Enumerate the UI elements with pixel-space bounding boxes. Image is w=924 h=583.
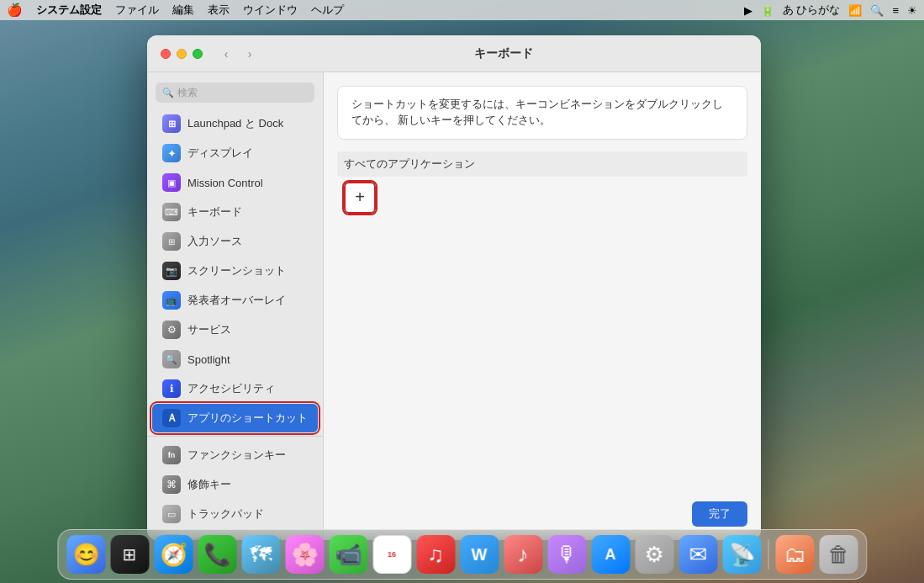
menubar-window[interactable]: ウインドウ: [243, 3, 298, 18]
sidebar-label-spotlight: Spotlight: [187, 353, 230, 366]
desktop: 🍎 システム設定 ファイル 編集 表示 ウインドウ ヘルプ ▶ 🔋 あ ひらがな…: [0, 0, 924, 583]
trackpad-icon: ▭: [162, 505, 181, 523]
menubar-view[interactable]: 表示: [208, 3, 230, 18]
dock-photos[interactable]: 🌸: [285, 535, 324, 574]
dock-calendar[interactable]: 16: [372, 535, 411, 574]
services-icon: ⚙: [162, 321, 181, 339]
sidebar-item-accessibility[interactable]: ℹ アクセシビリティ: [152, 374, 318, 403]
sidebar-item-keyboard[interactable]: ⌨ キーボード: [152, 198, 318, 226]
dock-podcasts[interactable]: 🎙: [547, 535, 586, 574]
minimize-button[interactable]: [177, 49, 187, 59]
apple-menu[interactable]: 🍎: [7, 3, 23, 18]
sidebar-label-launchpad: Launchpad と Dock: [187, 116, 283, 131]
sidebar-label-trackpad: トラックパッド: [187, 506, 264, 522]
instruction-box: ショートカットを変更するには、キーコンビネーションをダブルクリックしてから、 新…: [337, 86, 747, 140]
sidebar-label-presenter: 発表者オーバーレイ: [187, 293, 286, 308]
input-icon: ⊞: [162, 232, 181, 251]
sidebar-label-appshortcut: アプリのショートカット: [187, 411, 308, 426]
dock-word[interactable]: W: [460, 535, 499, 574]
maximize-button[interactable]: [193, 49, 203, 59]
funckey-icon: fn: [162, 446, 181, 464]
menubar-battery-icon[interactable]: 🔋: [761, 4, 774, 17]
dock-music[interactable]: ♪: [504, 535, 542, 574]
menubar-app-name[interactable]: システム設定: [36, 3, 102, 18]
forward-button[interactable]: ›: [240, 44, 260, 64]
menubar-help[interactable]: ヘルプ: [311, 3, 344, 18]
display-icon: ✦: [162, 144, 181, 162]
sidebar-item-screenshot[interactable]: 📷 スクリーンショット: [152, 257, 318, 285]
menubar: 🍎 システム設定 ファイル 編集 表示 ウインドウ ヘルプ ▶ 🔋 あ ひらがな…: [0, 0, 924, 20]
keyboard-window: ‹ › キーボード 🔍 検索 ⊞ Launchpad と Dock ✦: [147, 35, 761, 540]
menubar-wifi-icon[interactable]: 📶: [848, 4, 862, 17]
menubar-input-method[interactable]: あ ひらがな: [783, 3, 841, 18]
menubar-siri[interactable]: ☀: [907, 4, 917, 17]
section-header: すべてのアプリケーション: [337, 151, 747, 177]
sidebar-item-display[interactable]: ✦ ディスプレイ: [152, 139, 318, 167]
nav-buttons: ‹ ›: [216, 44, 260, 64]
sidebar-item-presenter[interactable]: 📺 発表者オーバーレイ: [152, 286, 318, 315]
sidebar-item-modifier[interactable]: ⌘ 修飾キー: [152, 470, 318, 499]
spotlight-icon: 🔍: [162, 350, 181, 368]
mission-icon: ▣: [162, 173, 181, 192]
back-button[interactable]: ‹: [216, 44, 236, 64]
dock-trash[interactable]: 🗑: [819, 535, 858, 574]
instruction-text: ショートカットを変更するには、キーコンビネーションをダブルクリックしてから、 新…: [351, 98, 723, 126]
search-box[interactable]: 🔍 検索: [156, 82, 314, 103]
dock-mail[interactable]: ✉: [678, 535, 717, 574]
dock-launchpad[interactable]: ⊞: [110, 535, 149, 574]
modifier-icon: ⌘: [162, 475, 181, 494]
sidebar-label-mission: Mission Control: [187, 177, 263, 189]
dock-separator: [768, 539, 768, 570]
close-button[interactable]: [161, 49, 171, 59]
sidebar-label-funckey: ファンクションキー: [187, 448, 286, 463]
sidebar-item-services[interactable]: ⚙ サービス: [152, 315, 318, 344]
sidebar-item-mission[interactable]: ▣ Mission Control: [152, 168, 318, 197]
appshortcut-icon: Ａ: [162, 409, 181, 427]
sidebar-label-keyboard: キーボード: [187, 204, 242, 220]
traffic-lights: [161, 49, 203, 59]
menubar-edit[interactable]: 編集: [172, 3, 194, 18]
screenshot-icon: 📷: [162, 262, 181, 280]
dock-appstore[interactable]: A: [591, 535, 630, 574]
menubar-media-icon[interactable]: ▶: [744, 4, 752, 17]
menubar-right: ▶ 🔋 あ ひらがな 📶 🔍 ≡ ☀: [744, 3, 917, 18]
dock-phone[interactable]: 📞: [198, 535, 236, 574]
sidebar-label-display: ディスプレイ: [187, 146, 253, 161]
sidebar-item-appshortcut[interactable]: Ａ アプリのショートカット: [152, 404, 318, 432]
content-area: ショートカットを変更するには、キーコンビネーションをダブルクリックしてから、 新…: [324, 72, 761, 540]
search-placeholder: 検索: [177, 86, 198, 100]
sidebar-label-services: サービス: [187, 322, 231, 337]
add-icon: +: [355, 188, 365, 207]
add-shortcut-button[interactable]: +: [344, 182, 376, 214]
dock-facetime[interactable]: 📹: [329, 535, 367, 574]
sidebar-item-input[interactable]: ⊞ 入力ソース: [152, 227, 318, 256]
done-button[interactable]: 完了: [692, 501, 747, 527]
launchpad-icon: ⊞: [162, 114, 181, 133]
menubar-file[interactable]: ファイル: [115, 3, 159, 18]
dock-safari[interactable]: 🧭: [154, 535, 193, 574]
sidebar-item-funckey[interactable]: fn ファンクションキー: [152, 441, 318, 469]
accessibility-icon: ℹ: [162, 379, 181, 398]
dock-maps[interactable]: 🗺: [241, 535, 280, 574]
menubar-control-center[interactable]: ≡: [892, 4, 899, 17]
titlebar: ‹ › キーボード: [147, 35, 761, 72]
dock-music-app[interactable]: ♫: [416, 535, 455, 574]
sidebar-item-launchpad[interactable]: ⊞ Launchpad と Dock: [152, 109, 318, 138]
add-button-row: +: [337, 178, 747, 217]
window-title: キーボード: [260, 46, 747, 61]
dock-finder[interactable]: 😊: [66, 535, 105, 574]
search-icon: 🔍: [162, 87, 174, 98]
dock-airdrop[interactable]: 📡: [722, 535, 761, 574]
sidebar-label-accessibility: アクセシビリティ: [187, 381, 275, 396]
dock: 😊 ⊞ 🧭 📞 🗺 🌸 📹 16 ♫ W ♪ 🎙 A ⚙ ✉ 📡 🗂 🗑: [57, 529, 867, 580]
menubar-search-icon[interactable]: 🔍: [870, 4, 884, 17]
keyboard-icon: ⌨: [162, 203, 181, 221]
sidebar-footer: fn ファンクションキー ⌘ 修飾キー ▭ トラックパッド 🖨 プリンタとスキャ…: [147, 436, 323, 540]
dock-files[interactable]: 🗂: [775, 535, 814, 574]
sidebar-label-modifier: 修飾キー: [187, 477, 231, 492]
sidebar-item-spotlight[interactable]: 🔍 Spotlight: [152, 345, 318, 374]
sidebar-item-trackpad[interactable]: ▭ トラックパッド: [152, 500, 318, 528]
dock-system-settings[interactable]: ⚙: [635, 535, 673, 574]
content-footer: 完了: [337, 491, 747, 527]
sidebar: 🔍 検索 ⊞ Launchpad と Dock ✦ ディスプレイ ▣ Missi…: [147, 72, 324, 540]
